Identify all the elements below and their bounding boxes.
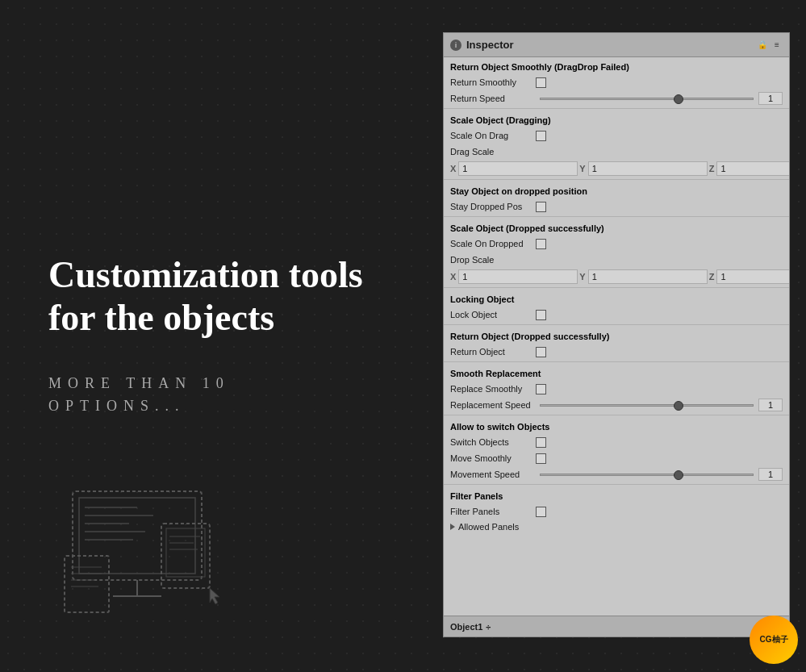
return-speed-label: Return Speed bbox=[450, 94, 535, 103]
replacement-speed-label: Replacement Speed bbox=[450, 400, 535, 410]
return-object-checkbox[interactable] bbox=[536, 347, 546, 357]
return-speed-row: Return Speed 1 bbox=[444, 90, 789, 106]
replacement-speed-value: 1 bbox=[758, 399, 783, 411]
return-smoothly-checkbox[interactable] bbox=[536, 77, 546, 88]
allowed-panels-label: Allowed Panels bbox=[458, 522, 519, 532]
return-smoothly-label: Return Smoothly bbox=[450, 77, 531, 87]
info-icon: i bbox=[450, 40, 461, 51]
drop-z-label: Z bbox=[709, 272, 715, 282]
move-smoothly-label: Move Smoothly bbox=[450, 453, 531, 463]
drag-scale-x-input[interactable] bbox=[458, 161, 578, 176]
scale-on-drag-checkbox[interactable] bbox=[536, 131, 546, 141]
lock-icon[interactable]: 🔒 bbox=[757, 40, 768, 51]
inspector-body[interactable]: Return Object Smoothly (DragDrop Failed)… bbox=[444, 57, 789, 616]
main-title: Customization tools for the objects bbox=[48, 254, 363, 340]
scale-on-dropped-label: Scale On Dropped bbox=[450, 239, 531, 248]
z-label: Z bbox=[709, 164, 715, 173]
stay-dropped-pos-checkbox[interactable] bbox=[536, 202, 546, 212]
svg-marker-19 bbox=[210, 588, 219, 604]
movement-speed-value: 1 bbox=[758, 468, 783, 481]
drag-scale-y-input[interactable] bbox=[588, 161, 708, 176]
scale-on-dropped-row: Scale On Dropped bbox=[444, 236, 789, 252]
movement-speed-slider[interactable] bbox=[540, 474, 754, 476]
sub-title-line1: MORE THAN 10 bbox=[48, 375, 230, 391]
replace-smoothly-checkbox[interactable] bbox=[536, 384, 546, 394]
lock-object-label: Lock Object bbox=[450, 310, 531, 319]
stay-dropped-pos-row: Stay Dropped Pos bbox=[444, 198, 789, 215]
switch-objects-checkbox[interactable] bbox=[536, 437, 546, 448]
section-return-smoothly-header: Return Object Smoothly (DragDrop Failed) bbox=[444, 57, 789, 74]
drop-y-label: Y bbox=[579, 272, 585, 282]
return-object-row: Return Object bbox=[444, 344, 789, 360]
switch-objects-row: Switch Objects bbox=[444, 434, 789, 450]
drop-scale-y-input[interactable] bbox=[588, 269, 708, 284]
svg-rect-14 bbox=[65, 556, 109, 612]
y-label: Y bbox=[579, 164, 585, 173]
scale-on-drag-label: Scale On Drag bbox=[450, 131, 531, 140]
switch-objects-label: Switch Objects bbox=[450, 437, 531, 447]
replace-smoothly-row: Replace Smoothly bbox=[444, 381, 789, 397]
return-smoothly-row: Return Smoothly bbox=[444, 74, 789, 90]
drop-x-label: X bbox=[450, 272, 456, 282]
drag-scale-z-input[interactable] bbox=[716, 161, 789, 176]
x-label: X bbox=[450, 164, 456, 173]
drag-scale-xyz-row: X Y Z bbox=[444, 160, 789, 177]
svg-rect-10 bbox=[166, 528, 205, 577]
replacement-speed-slider[interactable] bbox=[540, 404, 754, 407]
svg-rect-1 bbox=[79, 498, 195, 574]
return-speed-value: 1 bbox=[758, 92, 783, 105]
header-icons: 🔒 ≡ bbox=[757, 40, 783, 51]
footer-object-name: Object1 bbox=[450, 622, 482, 632]
inspector-footer: Object1 ÷ bbox=[444, 616, 789, 637]
sub-title: MORE THAN 10 OPTIONS... bbox=[48, 372, 230, 419]
stay-dropped-pos-label: Stay Dropped Pos bbox=[450, 202, 531, 211]
filter-panels-row: Filter Panels bbox=[444, 503, 789, 520]
computer-icon bbox=[56, 483, 234, 632]
return-speed-slider[interactable] bbox=[540, 98, 754, 100]
menu-icon[interactable]: ≡ bbox=[771, 40, 783, 51]
filter-panels-label: Filter Panels bbox=[450, 507, 531, 516]
section-scale-dragging-header: Scale Object (Dragging) bbox=[444, 111, 789, 127]
watermark: CG柚子 bbox=[750, 616, 798, 664]
lock-object-row: Lock Object bbox=[444, 307, 789, 323]
drop-scale-x-input[interactable] bbox=[458, 269, 578, 284]
movement-speed-row: Movement Speed 1 bbox=[444, 466, 789, 482]
replace-smoothly-label: Replace Smoothly bbox=[450, 384, 531, 394]
inspector-panel: i Inspector 🔒 ≡ Return Object Smoothly (… bbox=[443, 32, 790, 637]
scale-on-drag-row: Scale On Drag bbox=[444, 127, 789, 144]
movement-speed-label: Movement Speed bbox=[450, 470, 535, 479]
section-scale-dropped-header: Scale Object (Dropped successfully) bbox=[444, 219, 789, 236]
section-smooth-replacement-header: Smooth Replacement bbox=[444, 364, 789, 381]
filter-panels-checkbox[interactable] bbox=[536, 507, 546, 517]
inspector-header: i Inspector 🔒 ≡ bbox=[444, 33, 789, 57]
drag-scale-label: Drag Scale bbox=[450, 147, 531, 157]
replacement-speed-row: Replacement Speed 1 bbox=[444, 397, 789, 413]
drop-scale-label: Drop Scale bbox=[450, 255, 531, 265]
scale-on-dropped-checkbox[interactable] bbox=[536, 239, 546, 249]
inspector-title: Inspector bbox=[466, 39, 752, 51]
allowed-panels-row[interactable]: Allowed Panels bbox=[444, 520, 789, 534]
move-smoothly-row: Move Smoothly bbox=[444, 450, 789, 466]
return-object-label: Return Object bbox=[450, 347, 531, 357]
lock-object-checkbox[interactable] bbox=[536, 310, 546, 320]
drop-scale-xyz-row: X Y Z bbox=[444, 268, 789, 286]
section-switch-objects-header: Allow to switch Objects bbox=[444, 417, 789, 434]
section-stay-dropped-header: Stay Object on dropped position bbox=[444, 182, 789, 198]
sub-title-line2: OPTIONS... bbox=[48, 398, 186, 414]
section-filter-panels-header: Filter Panels bbox=[444, 486, 789, 503]
section-locking-header: Locking Object bbox=[444, 290, 789, 307]
move-smoothly-checkbox[interactable] bbox=[536, 453, 546, 464]
footer-suffix: ÷ bbox=[486, 622, 491, 632]
allowed-panels-arrow bbox=[450, 524, 455, 530]
watermark-text: CG柚子 bbox=[760, 634, 788, 645]
drag-scale-label-row: Drag Scale bbox=[444, 144, 789, 160]
drop-scale-z-input[interactable] bbox=[716, 269, 789, 284]
drop-scale-label-row: Drop Scale bbox=[444, 252, 789, 268]
section-return-dropped-header: Return Object (Dropped successfully) bbox=[444, 327, 789, 344]
